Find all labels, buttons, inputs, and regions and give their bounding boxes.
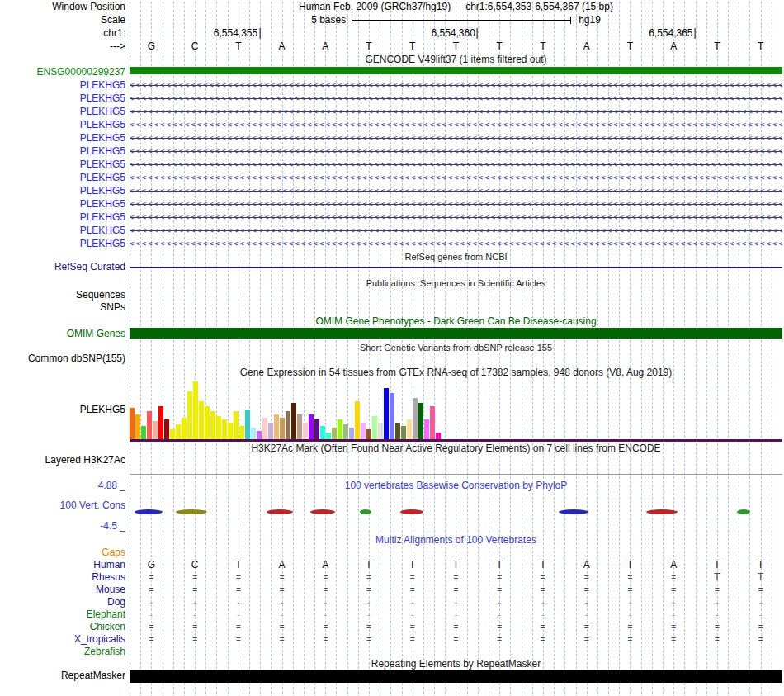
- alignment-mark: -: [193, 609, 196, 620]
- gtex-baseline: [130, 439, 782, 442]
- gtex-tissue-bar: [245, 410, 250, 439]
- species-label-x_tropicalis[interactable]: X_tropicalis: [0, 634, 125, 645]
- alignment-mark: -: [281, 609, 283, 620]
- alignment-mark: =: [758, 622, 763, 632]
- species-label-elephant[interactable]: Elephant: [0, 609, 125, 620]
- gene-label-plekhg5[interactable]: PLEKHG5: [0, 159, 125, 170]
- species-label-human[interactable]: Human: [0, 560, 125, 571]
- gene-label-plekhg5[interactable]: PLEKHG5: [0, 239, 125, 249]
- repeatmasker-bar[interactable]: [130, 670, 782, 683]
- track-title-phylop[interactable]: 100 vertebrates Basewise Conservation by…: [130, 481, 782, 491]
- track-label-refseq-curated[interactable]: RefSeq Curated: [0, 262, 125, 272]
- track-title-gencode[interactable]: GENCODE V49lift37 (1 items filtered out): [130, 54, 782, 65]
- gene-exon-arrows[interactable]: <<<<<<<<<<<<<<<<<<<<<<<<<<<<<<<<<<<<<<<<…: [130, 239, 782, 249]
- gtex-gene-label[interactable]: PLEKHG5: [0, 405, 125, 415]
- track-title-publications[interactable]: Publications: Sequences in Scientific Ar…: [130, 278, 782, 289]
- alignment-mark: =: [584, 585, 589, 595]
- gene-label-plekhg5[interactable]: PLEKHG5: [0, 133, 125, 144]
- alignment-mark: =: [758, 634, 763, 645]
- gtex-tissue-bar: [314, 419, 319, 439]
- gene-exon-arrows[interactable]: <<<<<<<<<<<<<<<<<<<<<<<<<<<<<<<<<<<<<<<<…: [130, 107, 782, 117]
- species-label-chicken[interactable]: Chicken: [0, 622, 125, 632]
- alignment-mark: =: [366, 572, 371, 583]
- alignment-mark: -: [585, 597, 588, 608]
- track-title-h3k27ac[interactable]: H3K27Ac Mark (Often Found Near Active Re…: [130, 443, 782, 454]
- gene-exon-arrows[interactable]: <<<<<<<<<<<<<<<<<<<<<<<<<<<<<<<<<<<<<<<<…: [130, 225, 782, 236]
- gene-exon-arrows[interactable]: <<<<<<<<<<<<<<<<<<<<<<<<<<<<<<<<<<<<<<<<…: [130, 186, 782, 196]
- track-label-layered-h3k27ac[interactable]: Layered H3K27Ac: [0, 455, 125, 466]
- gtex-tissue-bar: [361, 423, 366, 439]
- species-label-mouse[interactable]: Mouse: [0, 585, 125, 595]
- alignment-mark: =: [497, 585, 502, 595]
- gene-label-plekhg5[interactable]: PLEKHG5: [0, 173, 125, 183]
- alignment-mark: =: [454, 634, 459, 645]
- gene-exon-arrows[interactable]: <<<<<<<<<<<<<<<<<<<<<<<<<<<<<<<<<<<<<<<<…: [130, 146, 782, 157]
- alignment-mark: =: [366, 622, 371, 632]
- alignment-mark: -: [281, 597, 283, 608]
- gene-exon-arrows[interactable]: <<<<<<<<<<<<<<<<<<<<<<<<<<<<<<<<<<<<<<<<…: [130, 120, 782, 130]
- ucsc-genome-browser: Window Position Scale chr1: ---> ENSG000…: [0, 0, 784, 696]
- sequence-base: A: [670, 41, 677, 52]
- assembly-short: hg19: [579, 15, 601, 26]
- track-label-100-vert-cons[interactable]: 100 Vert. Cons: [0, 500, 125, 511]
- gene-label-plekhg5[interactable]: PLEKHG5: [0, 93, 125, 104]
- alignment-mark: =: [236, 585, 241, 595]
- gtex-expression-chart[interactable]: [130, 381, 441, 439]
- gene-exon-arrows[interactable]: <<<<<<<<<<<<<<<<<<<<<<<<<<<<<<<<<<<<<<<<…: [130, 199, 782, 210]
- gtex-tissue-bar: [176, 424, 181, 439]
- gene-label-plekhg5[interactable]: PLEKHG5: [0, 199, 125, 210]
- gtex-tissue-bar: [210, 411, 215, 439]
- alignment-mark: G: [148, 560, 155, 571]
- gtex-tissue-bar: [320, 426, 325, 439]
- refseq-curated-item[interactable]: [130, 267, 782, 268]
- scale-bar: [352, 17, 571, 24]
- species-label-dog[interactable]: Dog: [0, 597, 125, 608]
- track-label-omim-genes[interactable]: OMIM Genes: [0, 329, 125, 339]
- gene-exon-arrows[interactable]: <<<<<<<<<<<<<<<<<<<<<<<<<<<<<<<<<<<<<<<<…: [130, 80, 782, 91]
- species-label-gaps[interactable]: Gaps: [0, 547, 125, 558]
- omim-gene-bar[interactable]: [130, 328, 782, 339]
- alignment-mark: =: [410, 634, 415, 645]
- sequence-base: T: [409, 41, 415, 52]
- alignment-mark: T: [627, 560, 633, 571]
- track-label-repeatmasker[interactable]: RepeatMasker: [0, 670, 125, 681]
- gtex-tissue-bar: [407, 419, 412, 439]
- gtex-tissue-bar: [205, 406, 210, 439]
- alignment-mark: =: [628, 585, 633, 595]
- alignment-mark: A: [322, 560, 328, 571]
- gene-exon-arrows[interactable]: <<<<<<<<<<<<<<<<<<<<<<<<<<<<<<<<<<<<<<<<…: [130, 133, 782, 144]
- track-label-common-dbsnp[interactable]: Common dbSNP(155): [0, 353, 125, 364]
- species-label-rhesus[interactable]: Rhesus: [0, 572, 125, 583]
- gene-label-plekhg5[interactable]: PLEKHG5: [0, 120, 125, 130]
- track-label-sequences[interactable]: Sequences: [0, 290, 125, 301]
- gtex-tissue-bar: [228, 423, 233, 439]
- gene-exon-arrows[interactable]: <<<<<<<<<<<<<<<<<<<<<<<<<<<<<<<<<<<<<<<<…: [130, 159, 782, 170]
- track-label-snps[interactable]: SNPs: [0, 302, 125, 313]
- gene-label-plekhg5[interactable]: PLEKHG5: [0, 186, 125, 196]
- track-title-dbsnp[interactable]: Short Genetic Variants from dbSNP releas…: [130, 343, 782, 353]
- gene-label-plekhg5[interactable]: PLEKHG5: [0, 107, 125, 117]
- gene-label-ensg[interactable]: ENSG00000299237: [0, 67, 125, 78]
- gene-exon-arrows[interactable]: <<<<<<<<<<<<<<<<<<<<<<<<<<<<<<<<<<<<<<<<…: [130, 93, 782, 104]
- gtex-tissue-bar: [251, 428, 256, 439]
- gene-label-plekhg5[interactable]: PLEKHG5: [0, 212, 125, 223]
- gene-label-plekhg5[interactable]: PLEKHG5: [0, 225, 125, 236]
- alignment-mark: =: [541, 572, 545, 583]
- track-title-omim[interactable]: OMIM Gene Phenotypes - Dark Green Can Be…: [130, 316, 782, 327]
- gene-exon-arrows[interactable]: <<<<<<<<<<<<<<<<<<<<<<<<<<<<<<<<<<<<<<<<…: [130, 173, 782, 183]
- conservation-wiggle: [310, 509, 335, 514]
- species-label-zebrafish[interactable]: Zebrafish: [0, 646, 125, 657]
- ruler-coordinate: 6,554,355: [214, 28, 260, 39]
- track-title-refseq[interactable]: RefSeq genes from NCBI: [130, 252, 782, 263]
- gene-label-plekhg5[interactable]: PLEKHG5: [0, 146, 125, 157]
- gene-label-plekhg5[interactable]: PLEKHG5: [0, 80, 125, 91]
- gencode-gene-bar[interactable]: [130, 67, 782, 74]
- alignment-mark: =: [323, 572, 328, 583]
- track-title-gtex[interactable]: Gene Expression in 54 tissues from GTEx …: [130, 367, 782, 378]
- sequence-base: T: [627, 41, 633, 52]
- gene-exon-arrows[interactable]: <<<<<<<<<<<<<<<<<<<<<<<<<<<<<<<<<<<<<<<<…: [130, 212, 782, 223]
- track-title-repeatmasker-center[interactable]: Repeating Elements by RepeatMasker: [130, 659, 782, 670]
- track-title-multiz[interactable]: Multiz Alignments of 100 Vertebrates: [130, 535, 782, 546]
- label-scale: Scale: [0, 15, 125, 26]
- gtex-tissue-bar: [378, 423, 383, 439]
